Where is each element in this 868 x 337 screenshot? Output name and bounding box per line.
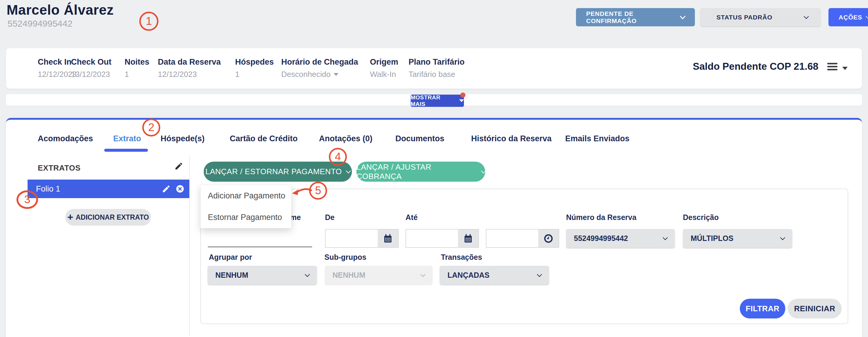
group-by-value: NENHUM — [215, 271, 248, 279]
pending-balance: Saldo Pendente COP 21.68 — [693, 61, 818, 72]
active-tab-underline — [104, 149, 148, 152]
caret-down-icon[interactable] — [842, 67, 848, 70]
from-date-label: De — [325, 213, 335, 222]
reservation-page: Marcelo Álvarez 5524994995442 PENDENTE D… — [0, 0, 868, 337]
arrival-time-value: Desconhecido — [281, 70, 331, 79]
guests-value: 1 — [235, 70, 239, 79]
menu-item-add-payment[interactable]: Adicionar Pagamento — [201, 185, 291, 206]
chevron-down-icon — [663, 235, 668, 240]
actions-label: AÇÕES — [839, 14, 862, 21]
menu-item-reverse-payment[interactable]: Estornar Pagamento — [201, 206, 291, 228]
notification-dot — [460, 93, 465, 98]
from-date-field — [325, 229, 399, 248]
annotation-circle-4: 4 — [329, 148, 347, 166]
chevron-down-icon — [866, 14, 868, 19]
actions-dropdown[interactable]: AÇÕES — [829, 8, 868, 26]
annotation-circle-1: 1 — [139, 12, 158, 31]
tab-anotacoes[interactable]: Anotações (0) — [319, 134, 373, 143]
checkout-label: Check Out — [71, 58, 112, 67]
description-label: Descrição — [683, 213, 719, 222]
panel-divider — [189, 156, 190, 336]
booking-date-value: 12/12/2023 — [158, 70, 197, 79]
booking-date-label: Data da Reserva — [158, 58, 221, 67]
transactions-select[interactable]: LANÇADAS — [440, 266, 549, 284]
tab-historico-reserva[interactable]: Histórico da Reserva — [471, 134, 552, 143]
annotation-circle-3: 3 — [17, 190, 38, 209]
time-input[interactable] — [487, 230, 538, 247]
show-more-button[interactable]: MOSTRAR MAIS — [411, 95, 464, 107]
to-date-field — [406, 229, 479, 248]
tab-emails-enviados[interactable]: Emails Enviados — [565, 134, 629, 143]
tab-extrato[interactable]: Extrato — [113, 134, 141, 143]
folio-name: Folio 1 — [36, 184, 60, 194]
folios-heading: EXTRATOS — [38, 163, 81, 173]
filter-button[interactable]: FILTRAR — [740, 299, 785, 318]
tab-documentos[interactable]: Documentos — [395, 134, 444, 143]
from-date-input[interactable] — [326, 230, 378, 247]
nights-value: 1 — [125, 70, 129, 79]
rate-plan-value: Tarifário base — [408, 70, 455, 79]
checkout-value: 13/12/2023 — [71, 70, 110, 79]
transactions-value: LANÇADAS — [447, 271, 489, 279]
delete-folio-icon[interactable] — [176, 184, 185, 193]
calendar-icon[interactable] — [378, 230, 398, 247]
edit-folios-icon[interactable] — [174, 162, 183, 171]
launch-reverse-payment-button[interactable]: LANÇAR / ESTORNAR PAGAMENTO — [204, 162, 352, 182]
chevron-down-icon — [804, 14, 809, 19]
annotation-circle-2: 2 — [142, 119, 160, 136]
arrival-time-label: Horário de Chegada — [281, 58, 358, 67]
launch-adjust-charge-label: LANÇAR / AJUSTAR COBRANÇA — [356, 163, 477, 181]
chevron-down-icon — [305, 272, 310, 277]
edit-folio-icon[interactable] — [162, 184, 171, 193]
confirmation-status-label: PENDENTE DE CONFIRMAÇÃO — [586, 10, 681, 25]
checkin-label: Check In — [38, 58, 71, 67]
nights-label: Noites — [125, 58, 150, 67]
description-select[interactable]: MÚLTIPLOS — [683, 229, 792, 248]
payment-dropdown-menu: Adicionar Pagamento Estornar Pagamento — [200, 185, 291, 228]
tab-cartao-credito[interactable]: Cartão de Crédito — [230, 134, 298, 143]
reset-button[interactable]: REINICIAR — [788, 299, 842, 318]
reservation-number-label: Número da Reserva — [566, 213, 637, 222]
show-more-label: MOSTRAR MAIS — [411, 94, 457, 107]
description-value: MÚLTIPLOS — [691, 234, 734, 243]
to-date-label: Até — [406, 213, 417, 222]
launch-adjust-charge-button[interactable]: LANÇAR / AJUSTAR COBRANÇA — [356, 162, 485, 182]
transactions-label: Transações — [441, 253, 482, 262]
arrival-time-dropdown[interactable]: Desconhecido — [281, 70, 338, 79]
reservation-id: 5524994995442 — [7, 19, 72, 29]
add-folio-label: ADICIONAR EXTRATO — [76, 213, 149, 222]
reservation-number-value: 5524994995442 — [574, 234, 628, 243]
subgroups-select[interactable]: NENHUM — [325, 266, 433, 284]
page-title: Marcelo Álvarez — [7, 2, 114, 18]
origin-label: Origem — [370, 58, 398, 67]
annotation-arrow-5 — [291, 187, 312, 198]
calendar-icon[interactable] — [458, 230, 478, 247]
launch-reverse-payment-label: LANÇAR / ESTORNAR PAGAMENTO — [206, 167, 342, 176]
rate-plan-label: Plano Tarifário — [408, 58, 465, 67]
subgroups-value: NENHUM — [333, 271, 365, 279]
confirmation-status-dropdown[interactable]: PENDENTE DE CONFIRMAÇÃO — [576, 8, 695, 26]
chevron-down-icon — [346, 168, 351, 173]
balance-menu-icon[interactable] — [827, 63, 837, 70]
name-filter-input[interactable] — [208, 230, 312, 247]
to-date-input[interactable] — [406, 230, 458, 247]
guests-label: Hóspedes — [235, 58, 274, 67]
caret-down-icon — [459, 99, 464, 102]
reservation-number-select[interactable]: 5524994995442 — [566, 229, 675, 248]
default-status-dropdown[interactable]: STATUS PADRÃO — [700, 8, 821, 26]
subgroups-label: Sub-grupos — [324, 253, 366, 262]
caret-down-icon — [334, 73, 338, 76]
group-by-select[interactable]: NENHUM — [208, 266, 317, 284]
chevron-down-icon — [421, 272, 426, 277]
chevron-down-icon — [780, 235, 785, 240]
tab-hospedes[interactable]: Hóspede(s) — [160, 134, 205, 143]
tab-acomodacoes[interactable]: Acomodações — [38, 134, 93, 143]
default-status-label: STATUS PADRÃO — [716, 14, 772, 21]
origin-value: Walk-In — [370, 70, 396, 79]
clock-icon[interactable] — [538, 230, 559, 247]
chevron-down-icon — [537, 272, 542, 277]
add-folio-button[interactable]: + ADICIONAR EXTRATO — [65, 209, 151, 226]
group-by-label: Agrupar por — [209, 253, 252, 262]
time-field — [486, 229, 559, 248]
